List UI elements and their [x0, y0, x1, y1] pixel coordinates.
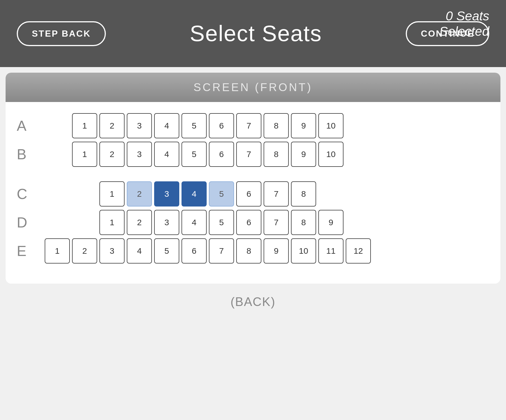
seat-E-9[interactable]: 9: [264, 238, 289, 264]
seat-A-10[interactable]: 10: [318, 113, 343, 138]
seat-E-3[interactable]: 3: [99, 238, 125, 264]
screen-bar: SCREEN (FRONT): [6, 73, 500, 102]
seat-A-5[interactable]: 5: [182, 113, 207, 138]
seat-B-10[interactable]: 10: [318, 142, 343, 167]
seat-E-4[interactable]: 4: [127, 238, 152, 264]
row-label-C: C: [17, 186, 45, 202]
seat-C-8[interactable]: 8: [291, 181, 316, 207]
seat-B-7[interactable]: 7: [236, 142, 261, 167]
row-label-E: E: [17, 243, 45, 259]
seat-row-A: A12345678910: [17, 113, 489, 138]
seat-A-4[interactable]: 4: [154, 113, 179, 138]
seat-D-3[interactable]: 3: [154, 210, 179, 235]
seat-D-5[interactable]: 5: [209, 210, 234, 235]
seat-A-2[interactable]: 2: [99, 113, 125, 138]
seat-A-9[interactable]: 9: [291, 113, 316, 138]
seat-D-2[interactable]: 2: [127, 210, 152, 235]
seats-container-C: 12345678: [99, 181, 316, 207]
seat-B-3[interactable]: 3: [127, 142, 152, 167]
seat-E-6[interactable]: 6: [182, 238, 207, 264]
seat-row-E: E123456789101112: [17, 238, 489, 264]
seat-row-C: C12345678: [17, 181, 489, 207]
row-label-A: A: [17, 117, 45, 134]
seat-B-1[interactable]: 1: [72, 142, 97, 167]
row-label-D: D: [17, 214, 45, 231]
seat-D-8[interactable]: 8: [291, 210, 316, 235]
seat-E-2[interactable]: 2: [72, 238, 97, 264]
seats-container-A: 12345678910: [72, 113, 343, 138]
seat-E-11[interactable]: 11: [318, 238, 343, 264]
seat-B-9[interactable]: 9: [291, 142, 316, 167]
seat-A-3[interactable]: 3: [127, 113, 152, 138]
seat-E-7[interactable]: 7: [209, 238, 234, 264]
seat-C-5[interactable]: 5: [209, 181, 234, 207]
seat-B-2[interactable]: 2: [99, 142, 125, 167]
seat-C-4[interactable]: 4: [182, 181, 207, 207]
seat-D-4[interactable]: 4: [182, 210, 207, 235]
back-label: (BACK): [0, 295, 506, 309]
seats-container-E: 123456789101112: [45, 238, 371, 264]
seat-B-4[interactable]: 4: [154, 142, 179, 167]
seat-A-1[interactable]: 1: [72, 113, 97, 138]
row-label-B: B: [17, 146, 45, 163]
seat-B-5[interactable]: 5: [182, 142, 207, 167]
seat-row-D: D123456789: [17, 210, 489, 235]
seat-C-1[interactable]: 1: [99, 181, 125, 207]
seat-E-12[interactable]: 12: [346, 238, 371, 264]
seat-D-7[interactable]: 7: [264, 210, 289, 235]
seat-C-7[interactable]: 7: [264, 181, 289, 207]
main-content: SCREEN (FRONT) A12345678910B12345678910C…: [0, 73, 506, 326]
seat-D-9[interactable]: 9: [318, 210, 343, 235]
seats-selected-info: 0 Seats Selected: [439, 8, 489, 39]
seat-B-8[interactable]: 8: [264, 142, 289, 167]
seat-A-7[interactable]: 7: [236, 113, 261, 138]
seat-B-6[interactable]: 6: [209, 142, 234, 167]
seating-area: A12345678910B12345678910C12345678D123456…: [6, 102, 500, 284]
seat-D-6[interactable]: 6: [236, 210, 261, 235]
seat-row-B: B12345678910: [17, 142, 489, 167]
seat-C-6[interactable]: 6: [236, 181, 261, 207]
seats-container-B: 12345678910: [72, 142, 343, 167]
seat-E-8[interactable]: 8: [236, 238, 261, 264]
seat-D-1[interactable]: 1: [99, 210, 125, 235]
step-back-button[interactable]: STEP BACK: [17, 21, 106, 46]
seats-container-D: 123456789: [99, 210, 343, 235]
seat-E-5[interactable]: 5: [154, 238, 179, 264]
seat-A-6[interactable]: 6: [209, 113, 234, 138]
header: STEP BACK Select Seats 0 Seats Selected …: [0, 0, 506, 67]
seat-E-1[interactable]: 1: [45, 238, 70, 264]
seat-E-10[interactable]: 10: [291, 238, 316, 264]
seat-C-3[interactable]: 3: [154, 181, 179, 207]
seat-A-8[interactable]: 8: [264, 113, 289, 138]
page-title: Select Seats: [106, 21, 406, 46]
seat-C-2[interactable]: 2: [127, 181, 152, 207]
